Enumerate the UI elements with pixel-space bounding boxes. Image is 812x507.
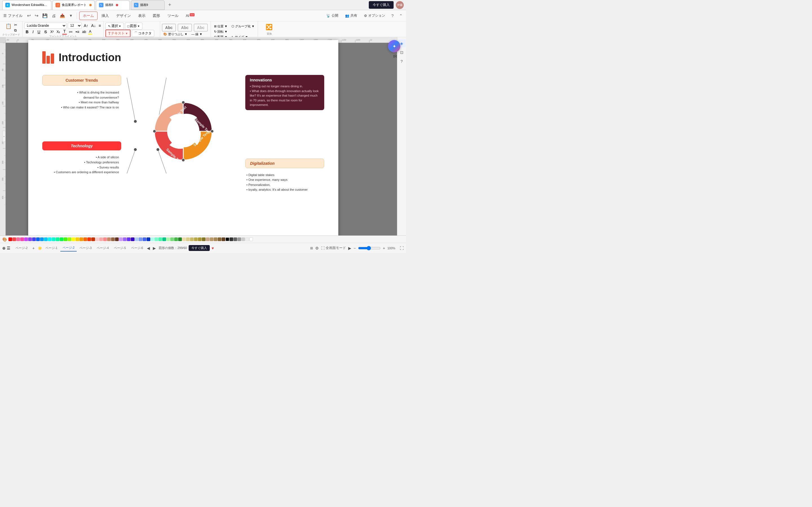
connector-tool-btn[interactable]: ⌒ コネクタ <box>132 30 154 37</box>
color-swatch-20[interactable] <box>84 237 87 241</box>
color-swatch-51[interactable] <box>206 237 209 241</box>
color-swatch-27[interactable] <box>111 237 115 241</box>
color-swatch-47[interactable] <box>190 237 194 241</box>
color-swatch-62[interactable] <box>249 237 253 241</box>
clipboard-copy-btn[interactable]: ⧉ <box>13 28 18 33</box>
group-btn[interactable]: ⬡ グループ化 ▼ <box>230 24 256 29</box>
color-swatch-61[interactable] <box>245 237 249 241</box>
fill-btn[interactable]: 🎨 塗りつぶし ▼ <box>162 32 189 37</box>
options-btn[interactable]: ⚙ オプション <box>361 12 388 19</box>
bullet-btn[interactable]: •≡ <box>75 29 80 34</box>
text-tool-btn[interactable]: T テキスト ▼ <box>105 30 131 37</box>
highlight-btn[interactable]: A <box>88 29 93 35</box>
color-swatch-56[interactable] <box>225 237 229 241</box>
color-swatch-28[interactable] <box>115 237 119 241</box>
color-swatch-46[interactable] <box>186 237 190 241</box>
rotate-btn[interactable]: ↻ 回転 ▼ <box>213 29 229 34</box>
text-color-btn[interactable]: T <box>62 29 67 35</box>
menu-tools[interactable]: ツール <box>164 12 182 20</box>
color-swatch-40[interactable] <box>162 237 166 241</box>
select-tool-btn[interactable]: ↖ 選択 ▼ <box>105 22 124 30</box>
color-swatch-34[interactable] <box>139 237 142 241</box>
italic-btn[interactable]: I <box>31 29 35 34</box>
strikethrough-btn[interactable]: S <box>43 29 48 34</box>
color-swatch-11[interactable] <box>48 237 52 241</box>
color-swatch-32[interactable] <box>131 237 135 241</box>
color-swatch-35[interactable] <box>143 237 146 241</box>
donut-chart[interactable]: Sample Text Sample Text Sample Text Samp… <box>141 89 225 173</box>
color-swatch-6[interactable] <box>28 237 32 241</box>
color-swatch-3[interactable] <box>16 237 20 241</box>
new-tab-button[interactable]: + <box>166 1 174 9</box>
color-swatch-43[interactable] <box>174 237 178 241</box>
subscript-btn[interactable]: X₂ <box>56 30 61 34</box>
font-select[interactable]: Lucida Grande <box>24 22 66 29</box>
color-swatch-15[interactable] <box>64 237 67 241</box>
superscript-btn[interactable]: X² <box>49 30 54 34</box>
menu-home[interactable]: ホーム <box>79 11 98 20</box>
customer-trends-box[interactable]: Customer Trends <box>42 75 121 86</box>
style-abc-3[interactable]: Abc <box>194 24 208 32</box>
user-avatar[interactable]: 伊藤 <box>396 1 404 9</box>
page-nav-prev[interactable]: ◀ <box>146 245 151 251</box>
color-swatch-33[interactable] <box>135 237 139 241</box>
right-panel-btn-3[interactable]: ? <box>398 57 406 65</box>
color-swatch-41[interactable] <box>166 237 170 241</box>
technology-box[interactable]: Technology <box>42 142 121 151</box>
page-tab-6[interactable]: ページ-6 <box>129 245 146 251</box>
color-swatch-52[interactable] <box>210 237 213 241</box>
page-tab-1[interactable]: ページ-1 <box>43 245 60 251</box>
color-swatch-25[interactable] <box>103 237 107 241</box>
color-swatch-29[interactable] <box>119 237 123 241</box>
size-btn[interactable]: ⤡ サイズ ▼ <box>230 34 250 37</box>
app-tab-desc9[interactable]: ✎ 描画9 <box>131 0 165 10</box>
color-swatch-42[interactable] <box>170 237 174 241</box>
clipboard-paste-btn[interactable]: 📋 <box>4 22 13 33</box>
color-swatch-13[interactable] <box>56 237 59 241</box>
fit-screen-btn[interactable]: ⛶ <box>400 246 404 250</box>
font-increase-btn[interactable]: A↑ <box>83 23 89 28</box>
share-btn[interactable]: 📤 <box>58 12 67 19</box>
color-swatch-59[interactable] <box>238 237 241 241</box>
underline-btn[interactable]: U <box>36 29 42 34</box>
color-swatch-10[interactable] <box>44 237 48 241</box>
color-swatch-55[interactable] <box>221 237 225 241</box>
sidebar-collapse-arrow[interactable]: › <box>2 131 6 142</box>
page-nav-icon[interactable]: ☰ <box>7 246 10 250</box>
color-swatch-23[interactable] <box>95 237 99 241</box>
zoom-slider[interactable] <box>358 246 380 250</box>
menu-shapes[interactable]: 図形 <box>149 12 163 20</box>
publish-btn[interactable]: 📡 公開 <box>323 12 341 19</box>
bold-btn[interactable]: B <box>24 29 30 34</box>
color-swatch-39[interactable] <box>158 237 162 241</box>
color-swatch-9[interactable] <box>40 237 44 241</box>
shape-replace-btn[interactable]: 🔀 <box>260 22 278 32</box>
buy-button-bottom[interactable]: 今すぐ購入 <box>189 245 210 251</box>
font-size-select[interactable]: 12 <box>68 22 82 29</box>
color-swatch-45[interactable] <box>182 237 186 241</box>
color-swatch-8[interactable] <box>36 237 40 241</box>
clipboard-cut-btn[interactable]: ✂ <box>13 22 18 27</box>
color-swatch-2[interactable] <box>12 237 16 241</box>
list-btn[interactable]: ≔ <box>68 29 73 34</box>
color-swatch-58[interactable] <box>234 237 237 241</box>
menu-insert[interactable]: 挿入 <box>98 12 112 20</box>
color-swatch-57[interactable] <box>230 237 233 241</box>
color-palette-icon[interactable]: 🎨 <box>2 237 7 242</box>
color-swatch-38[interactable] <box>154 237 158 241</box>
color-swatch-1[interactable] <box>8 237 12 241</box>
color-swatch-12[interactable] <box>52 237 56 241</box>
zoom-in-btn[interactable]: + <box>383 246 385 250</box>
color-swatch-54[interactable] <box>218 237 221 241</box>
sidebar-collapse-btn[interactable]: ☰ ファイル <box>1 12 25 19</box>
shape-tool-btn[interactable]: □ 図形 ▼ <box>125 22 142 30</box>
innovations-box[interactable]: Innovations • Dining out no longer means… <box>245 75 324 110</box>
color-swatch-22[interactable] <box>91 237 95 241</box>
font-decrease-btn[interactable]: A↓ <box>90 23 96 28</box>
more-btn[interactable]: ▼ <box>67 12 74 19</box>
color-swatch-4[interactable] <box>20 237 24 241</box>
color-swatch-16[interactable] <box>68 237 71 241</box>
redo-btn[interactable]: ↪ <box>33 12 40 19</box>
collapse-toolbar-btn[interactable]: ⌃ <box>397 12 405 19</box>
page-icon-btn[interactable]: 🌟 <box>38 246 42 250</box>
